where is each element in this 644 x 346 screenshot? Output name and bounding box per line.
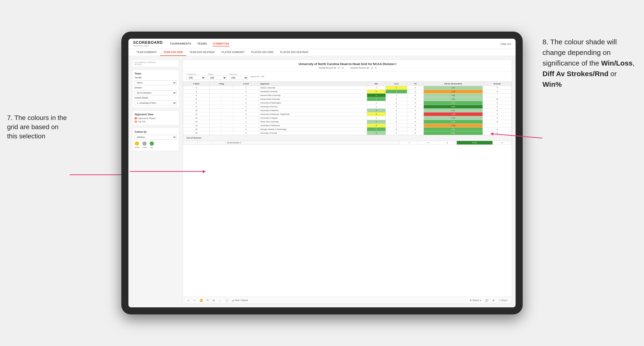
- cell-rounds: 2: [483, 105, 512, 109]
- cell-rounds: 3: [483, 101, 512, 105]
- division-select[interactable]: NCAA Division I: [134, 91, 176, 95]
- cell-rounds: 8: [483, 90, 512, 94]
- cell-opponent: Texas Tech University: [259, 120, 367, 124]
- nav-tournaments[interactable]: TOURNAMENTS: [170, 41, 192, 46]
- view-label: 📊 View: Original: [232, 299, 248, 302]
- cell-tie: 0: [407, 97, 424, 101]
- cell-loss: 2: [386, 97, 407, 101]
- main-content: Last Updated: 27/03/2024 16:55:38 Team G…: [128, 56, 516, 307]
- cell-opponent: University of Oklahoma: [259, 124, 367, 128]
- cell-rank: 3: [183, 90, 210, 94]
- cell-tie: 0: [407, 90, 424, 94]
- undo-btn[interactable]: ↩: [186, 299, 190, 302]
- cell-tie: 0: [407, 94, 424, 97]
- cell-loss: 1: [386, 112, 407, 116]
- cell-conf: 5: [233, 109, 259, 112]
- cell-reg: -: [210, 94, 233, 97]
- subnav-player-summary[interactable]: PLAYER SUMMARY: [218, 49, 248, 56]
- cell-conf: 2: [233, 131, 259, 135]
- cell-rank: 2: [183, 86, 210, 90]
- arrow-right-to-grid: [490, 136, 542, 136]
- share-btn[interactable]: ↗ Share: [498, 299, 508, 302]
- col-reg: # Reg: [210, 82, 233, 86]
- nav-teams[interactable]: TEAMS: [197, 41, 207, 46]
- cell-opponent: Georgia Institute of Technology: [259, 128, 367, 131]
- cell-win: 1: [367, 105, 386, 109]
- cell-rounds: 12: [483, 97, 512, 101]
- cell-diff: -1.00: [424, 124, 483, 128]
- region-label: Region: [208, 73, 227, 75]
- cell-tie: 0: [407, 128, 424, 131]
- school-select[interactable]: 1. University of Nort...: [134, 101, 176, 105]
- cell-loss: 0: [386, 120, 407, 124]
- cell-win: 4: [367, 97, 386, 101]
- comment-btn[interactable]: 💬: [484, 299, 489, 302]
- ood-rank: [183, 141, 197, 145]
- division-label: Division: [134, 86, 176, 89]
- cell-rank: 4: [183, 94, 210, 97]
- cell-win: 0: [367, 112, 386, 116]
- grid-title-row: University of North Carolina Head-to-Hea…: [183, 60, 512, 72]
- grid-records: Overall Record: 89 - 17 - 0 Division Rec…: [186, 67, 508, 69]
- table-row: 11 - 6 University of Arkansas, Fayettevi…: [183, 112, 512, 116]
- top100-radio[interactable]: Top 100: [134, 120, 176, 123]
- ood-loss: 0: [419, 141, 438, 145]
- conference-label: Conference: [186, 73, 206, 75]
- subnav-team-summary[interactable]: TEAM SUMMARY: [133, 49, 160, 56]
- subnav-player-h2h-heatmap[interactable]: PLAYER H2H HEATMAP: [277, 49, 312, 56]
- opponent-select[interactable]: (All): [229, 76, 248, 80]
- radio-dot-empty: [134, 120, 137, 123]
- grid-btn[interactable]: ⊞: [492, 299, 495, 302]
- subnav-team-h2h-heatmap[interactable]: TEAM H2H HEATMAP: [186, 49, 218, 56]
- subnav-team-h2h-grid[interactable]: TEAM H2H GRID: [160, 49, 186, 56]
- copy-btn[interactable]: ⧉: [206, 298, 210, 302]
- last-updated: Last Updated: 27/03/2024 16:55:38: [132, 60, 179, 67]
- dash-btn[interactable]: —: [218, 299, 222, 302]
- cell-rounds: 8: [483, 109, 512, 112]
- watch-btn[interactable]: 👁 Watch ▾: [468, 299, 482, 302]
- cell-opponent: Auburn University: [259, 86, 367, 90]
- cell-rank: 11: [183, 112, 210, 116]
- cell-loss: 0: [386, 101, 407, 105]
- col-rank: # Rank: [183, 82, 210, 86]
- table-scroll[interactable]: # Rank # Reg # Conf Opponent Win Loss Ti…: [183, 82, 512, 297]
- cell-reg: -: [210, 109, 233, 112]
- table-row: 10 - 5 University of Alabama 3 0 0 2.61 …: [183, 109, 512, 112]
- cell-rank: 16: [183, 131, 210, 135]
- cell-rounds: 3: [483, 112, 512, 116]
- legend-row: Down Level Up: [134, 141, 176, 149]
- cell-win: 0: [367, 124, 386, 128]
- conference-select[interactable]: (All): [186, 76, 206, 80]
- cell-opponent: University of Washington: [259, 101, 367, 105]
- legend-up-dot: [150, 141, 154, 146]
- opponents-filter-label-container: Opponents: (All): [250, 75, 264, 78]
- cell-tie: 0: [407, 131, 424, 135]
- cell-reg: -: [210, 112, 233, 116]
- col-tie: Tie: [407, 82, 424, 86]
- ood-diff: 26.00: [457, 141, 493, 145]
- nav-committee[interactable]: COMMITTEE: [213, 41, 230, 46]
- table-header-row: # Rank # Reg # Conf Opponent Win Loss Ti…: [183, 82, 512, 86]
- table-row: 4 - 1 Arizona State University 5 1 0 2.2…: [183, 94, 512, 97]
- table-row: 8 - 2 University of Washington 1 0 0 3.6…: [183, 101, 512, 105]
- col-diff: Diff Av Strokes/Rnd: [424, 82, 483, 86]
- gender-select[interactable]: Men's: [134, 80, 176, 85]
- colour-by-select[interactable]: Win/loss: [134, 135, 176, 140]
- forward-btn[interactable]: ⏩: [199, 299, 204, 302]
- sign-out-button[interactable]: | Sign out: [500, 42, 511, 45]
- opponent-filter: Opponent (All): [229, 73, 248, 80]
- opponents-played-radio[interactable]: Opponents Played: [134, 117, 176, 120]
- cell-conf: 1: [233, 86, 259, 90]
- subnav-player-h2h-grid[interactable]: PLAYER H2H GRID: [248, 49, 277, 56]
- school-label: School (Rank): [134, 97, 176, 99]
- logo-text: SCOREBOARD: [133, 40, 163, 45]
- ood-reg: [197, 141, 211, 145]
- paste-btn[interactable]: ⊞: [212, 299, 216, 302]
- redo-btn[interactable]: ↪: [193, 299, 196, 302]
- region-select[interactable]: (All): [208, 76, 227, 80]
- opponent-view-section: Opponent View Opponents Played Top 100: [132, 110, 179, 125]
- clock-btn[interactable]: 🕐: [224, 299, 229, 302]
- left-panel: Last Updated: 27/03/2024 16:55:38 Team G…: [132, 60, 179, 304]
- cell-conf: 4: [233, 128, 259, 131]
- radio-group: Opponents Played Top 100: [134, 117, 176, 123]
